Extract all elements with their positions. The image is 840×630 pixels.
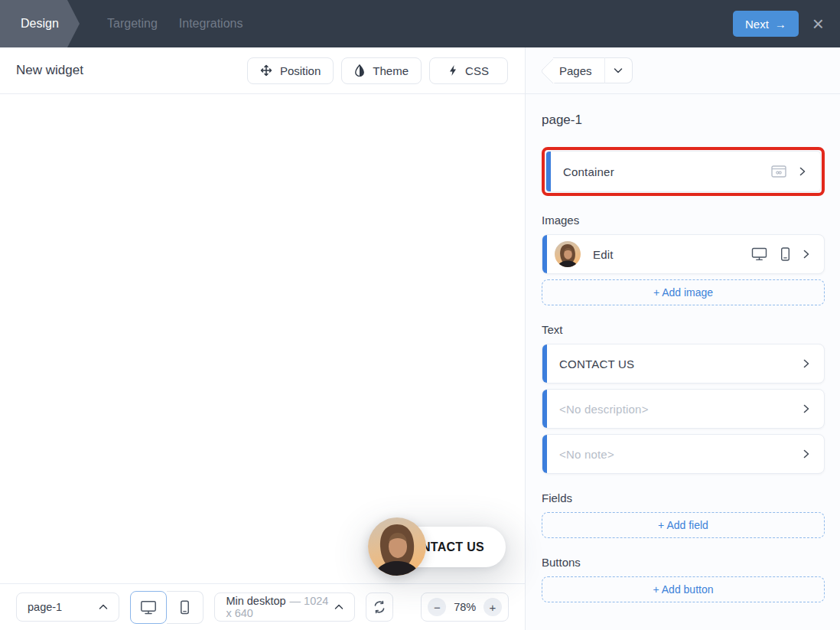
chevron-right-icon (803, 359, 809, 368)
widget-preview[interactable]: CONTACT US (371, 527, 509, 567)
theme-button-label: Theme (373, 64, 409, 77)
device-toggle (130, 591, 203, 624)
text-section-label: Text (542, 323, 825, 336)
close-icon[interactable]: × (812, 14, 824, 34)
text-row-note[interactable]: <No note> (542, 434, 825, 474)
mobile-toggle-button[interactable] (167, 591, 203, 624)
text-row-icons (803, 449, 809, 459)
widget-name: New widget (16, 63, 83, 78)
viewport-select-value: Min desktop— 1024 x 640 (226, 595, 334, 619)
image-thumbnail (555, 241, 581, 267)
add-image-button[interactable]: + Add image (542, 279, 825, 305)
chevron-right-icon (803, 449, 809, 459)
main-area: New widget Position Theme (0, 47, 840, 630)
buttons-section-label: Buttons (542, 556, 825, 569)
move-icon (260, 64, 272, 77)
rotate-viewport-button[interactable] (366, 592, 393, 622)
monitor-icon (140, 600, 157, 615)
images-section-label: Images (542, 214, 825, 227)
canvas-column: New widget Position Theme (0, 47, 525, 630)
widget-editor: Design Targeting Integrations Next → × N… (0, 0, 840, 630)
viewport-select[interactable]: Min desktop— 1024 x 640 (214, 592, 355, 622)
add-button-button[interactable]: + Add button (542, 576, 825, 602)
pages-dropdown[interactable]: Pages (553, 57, 633, 83)
phone-icon (180, 600, 190, 615)
position-button[interactable]: Position (247, 57, 334, 84)
text-row-icons (803, 404, 809, 413)
chevron-right-icon (803, 250, 809, 259)
page-select[interactable]: page-1 (16, 592, 119, 622)
text-rows: CONTACT US <No description> (542, 344, 825, 474)
zoom-in-button[interactable]: + (483, 598, 502, 616)
next-button-label: Next (745, 18, 769, 31)
panel-content: page-1 Container I (526, 94, 840, 630)
preview-canvas: CONTACT US (0, 94, 525, 583)
text-row-title-label: CONTACT US (559, 357, 803, 370)
highlight-annotation: Container (542, 147, 825, 196)
monitor-icon[interactable] (751, 247, 767, 261)
add-field-button[interactable]: + Add field (542, 512, 825, 538)
top-bar: Design Targeting Integrations Next → × (0, 0, 840, 47)
css-button[interactable]: CSS (429, 57, 508, 84)
container-row[interactable]: Container (545, 151, 821, 192)
text-row-description-label: <No description> (559, 403, 803, 416)
rotate-icon (373, 600, 386, 614)
layers-panel: Pages page-1 Container (525, 47, 840, 630)
phone-icon[interactable] (780, 247, 790, 261)
zoom-out-button[interactable]: − (428, 598, 446, 616)
tab-targeting[interactable]: Targeting (107, 17, 158, 31)
css-button-label: CSS (465, 64, 489, 77)
viewport-label: Min desktop (226, 595, 285, 607)
container-row-icons (771, 165, 806, 178)
droplet-icon (354, 64, 365, 77)
bottom-bar: page-1 (0, 583, 525, 630)
page-select-value: page-1 (28, 601, 62, 613)
text-row-icons (803, 359, 809, 368)
fields-section-label: Fields (542, 491, 825, 504)
browser-window-icon (771, 165, 786, 178)
chevron-right-icon (799, 167, 806, 176)
chevron-up-icon (99, 604, 108, 610)
pages-toolbar: Pages (526, 47, 840, 94)
tab-design[interactable]: Design (0, 0, 80, 47)
page-heading: page-1 (542, 113, 825, 128)
chevron-down-icon[interactable] (604, 57, 632, 83)
zoom-value: 78% (454, 601, 476, 613)
design-toolbar: New widget Position Theme (0, 47, 525, 94)
preview-avatar-image (368, 517, 426, 576)
image-edit-label: Edit (593, 248, 751, 261)
desktop-toggle-button[interactable] (130, 591, 167, 624)
next-button[interactable]: Next → (733, 11, 799, 37)
image-edit-row[interactable]: Edit (542, 234, 825, 274)
position-button-label: Position (280, 64, 321, 77)
chevron-right-icon (803, 404, 809, 413)
arrow-right-icon: → (775, 18, 786, 31)
tab-design-label: Design (21, 17, 59, 31)
tab-integrations[interactable]: Integrations (179, 17, 243, 31)
zoom-control: − 78% + (421, 592, 509, 622)
lightning-icon (448, 64, 457, 77)
image-edit-icons (751, 247, 809, 261)
text-row-title[interactable]: CONTACT US (542, 344, 825, 384)
text-row-description[interactable]: <No description> (542, 389, 825, 429)
chevron-up-icon (334, 604, 343, 610)
theme-button[interactable]: Theme (341, 57, 422, 84)
container-row-label: Container (563, 165, 771, 178)
pages-dropdown-label: Pages (553, 64, 604, 77)
text-row-note-label: <No note> (559, 448, 803, 461)
